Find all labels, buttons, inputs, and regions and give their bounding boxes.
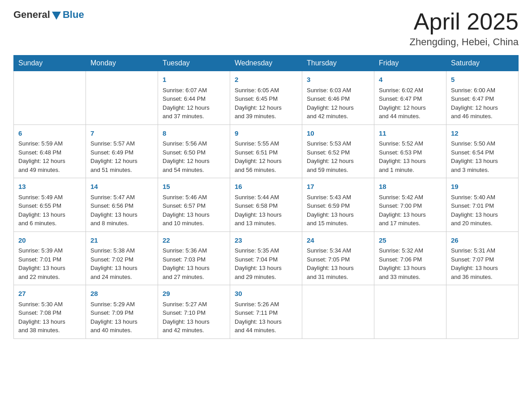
day-number: 25	[379, 235, 442, 246]
day-number: 19	[451, 182, 514, 192]
calendar-cell: 5Sunrise: 6:00 AM Sunset: 6:47 PM Daylig…	[446, 71, 519, 125]
calendar-cell: 6Sunrise: 5:59 AM Sunset: 6:48 PM Daylig…	[14, 124, 86, 178]
calendar-cell	[374, 285, 446, 339]
calendar-cell: 19Sunrise: 5:40 AM Sunset: 7:01 PM Dayli…	[446, 178, 519, 232]
logo: General Blue	[13, 9, 84, 21]
calendar-cell: 13Sunrise: 5:49 AM Sunset: 6:55 PM Dayli…	[14, 178, 86, 232]
calendar-cell: 22Sunrise: 5:36 AM Sunset: 7:03 PM Dayli…	[158, 231, 230, 285]
calendar-cell: 11Sunrise: 5:52 AM Sunset: 6:53 PM Dayli…	[374, 124, 446, 178]
calendar-cell: 23Sunrise: 5:35 AM Sunset: 7:04 PM Dayli…	[230, 231, 302, 285]
day-info: Sunrise: 5:59 AM Sunset: 6:48 PM Dayligh…	[18, 139, 81, 174]
day-number: 1	[163, 75, 225, 85]
day-info: Sunrise: 6:05 AM Sunset: 6:45 PM Dayligh…	[235, 86, 297, 121]
calendar-cell: 21Sunrise: 5:38 AM Sunset: 7:02 PM Dayli…	[86, 231, 158, 285]
calendar-cell: 20Sunrise: 5:39 AM Sunset: 7:01 PM Dayli…	[14, 231, 86, 285]
calendar-cell	[446, 285, 519, 339]
col-header-thursday: Thursday	[302, 56, 374, 71]
calendar-cell: 3Sunrise: 6:03 AM Sunset: 6:46 PM Daylig…	[302, 71, 374, 125]
calendar-table: SundayMondayTuesdayWednesdayThursdayFrid…	[13, 55, 519, 339]
day-info: Sunrise: 5:52 AM Sunset: 6:53 PM Dayligh…	[379, 139, 442, 174]
day-info: Sunrise: 5:35 AM Sunset: 7:04 PM Dayligh…	[235, 246, 297, 281]
day-number: 24	[307, 235, 369, 246]
day-info: Sunrise: 5:29 AM Sunset: 7:09 PM Dayligh…	[90, 300, 153, 335]
day-number: 10	[307, 128, 369, 139]
calendar-cell: 26Sunrise: 5:31 AM Sunset: 7:07 PM Dayli…	[446, 231, 519, 285]
calendar-cell: 28Sunrise: 5:29 AM Sunset: 7:09 PM Dayli…	[86, 285, 158, 339]
calendar-cell: 15Sunrise: 5:46 AM Sunset: 6:57 PM Dayli…	[158, 178, 230, 232]
day-number: 8	[163, 128, 225, 139]
calendar-cell: 7Sunrise: 5:57 AM Sunset: 6:49 PM Daylig…	[86, 124, 158, 178]
calendar-week-row: 20Sunrise: 5:39 AM Sunset: 7:01 PM Dayli…	[14, 231, 519, 285]
calendar-cell: 12Sunrise: 5:50 AM Sunset: 6:54 PM Dayli…	[446, 124, 519, 178]
day-number: 20	[18, 235, 81, 246]
calendar-cell: 1Sunrise: 6:07 AM Sunset: 6:44 PM Daylig…	[158, 71, 230, 125]
day-number: 14	[90, 182, 153, 192]
calendar-header-row: SundayMondayTuesdayWednesdayThursdayFrid…	[14, 56, 519, 71]
col-header-friday: Friday	[374, 56, 446, 71]
day-number: 22	[163, 235, 225, 246]
day-info: Sunrise: 6:00 AM Sunset: 6:47 PM Dayligh…	[451, 86, 514, 121]
day-info: Sunrise: 5:50 AM Sunset: 6:54 PM Dayligh…	[451, 139, 514, 174]
calendar-cell: 27Sunrise: 5:30 AM Sunset: 7:08 PM Dayli…	[14, 285, 86, 339]
logo-triangle-icon	[52, 12, 61, 20]
day-info: Sunrise: 5:46 AM Sunset: 6:57 PM Dayligh…	[163, 193, 225, 228]
day-info: Sunrise: 5:31 AM Sunset: 7:07 PM Dayligh…	[451, 246, 514, 281]
day-number: 4	[379, 75, 442, 85]
calendar-cell: 18Sunrise: 5:42 AM Sunset: 7:00 PM Dayli…	[374, 178, 446, 232]
calendar-cell	[86, 71, 158, 125]
day-info: Sunrise: 5:34 AM Sunset: 7:05 PM Dayligh…	[307, 246, 369, 281]
day-info: Sunrise: 5:36 AM Sunset: 7:03 PM Dayligh…	[163, 246, 225, 281]
calendar-cell	[302, 285, 374, 339]
day-info: Sunrise: 6:03 AM Sunset: 6:46 PM Dayligh…	[307, 86, 369, 121]
day-info: Sunrise: 5:47 AM Sunset: 6:56 PM Dayligh…	[90, 193, 153, 228]
day-info: Sunrise: 5:49 AM Sunset: 6:55 PM Dayligh…	[18, 193, 81, 228]
day-number: 27	[18, 289, 81, 299]
day-number: 30	[235, 289, 297, 299]
day-number: 13	[18, 182, 81, 192]
col-header-monday: Monday	[86, 56, 158, 71]
day-info: Sunrise: 5:53 AM Sunset: 6:52 PM Dayligh…	[307, 139, 369, 174]
day-info: Sunrise: 5:40 AM Sunset: 7:01 PM Dayligh…	[451, 193, 514, 228]
month-year-title: April 2025	[410, 9, 519, 34]
day-info: Sunrise: 5:32 AM Sunset: 7:06 PM Dayligh…	[379, 246, 442, 281]
calendar-cell: 2Sunrise: 6:05 AM Sunset: 6:45 PM Daylig…	[230, 71, 302, 125]
col-header-sunday: Sunday	[14, 56, 86, 71]
day-info: Sunrise: 6:07 AM Sunset: 6:44 PM Dayligh…	[163, 86, 225, 121]
day-number: 26	[451, 235, 514, 246]
day-info: Sunrise: 5:57 AM Sunset: 6:49 PM Dayligh…	[90, 139, 153, 174]
calendar-week-row: 27Sunrise: 5:30 AM Sunset: 7:08 PM Dayli…	[14, 285, 519, 339]
calendar-cell: 16Sunrise: 5:44 AM Sunset: 6:58 PM Dayli…	[230, 178, 302, 232]
calendar-week-row: 13Sunrise: 5:49 AM Sunset: 6:55 PM Dayli…	[14, 178, 519, 232]
day-number: 23	[235, 235, 297, 246]
day-info: Sunrise: 5:30 AM Sunset: 7:08 PM Dayligh…	[18, 300, 81, 335]
calendar-cell: 4Sunrise: 6:02 AM Sunset: 6:47 PM Daylig…	[374, 71, 446, 125]
day-info: Sunrise: 5:44 AM Sunset: 6:58 PM Dayligh…	[235, 193, 297, 228]
day-info: Sunrise: 5:42 AM Sunset: 7:00 PM Dayligh…	[379, 193, 442, 228]
day-info: Sunrise: 5:56 AM Sunset: 6:50 PM Dayligh…	[163, 139, 225, 174]
day-info: Sunrise: 5:38 AM Sunset: 7:02 PM Dayligh…	[90, 246, 153, 281]
calendar-cell: 29Sunrise: 5:27 AM Sunset: 7:10 PM Dayli…	[158, 285, 230, 339]
day-info: Sunrise: 6:02 AM Sunset: 6:47 PM Dayligh…	[379, 86, 442, 121]
day-info: Sunrise: 5:43 AM Sunset: 6:59 PM Dayligh…	[307, 193, 369, 228]
page-header: General Blue April 2025 Zhengding, Hebei…	[13, 9, 519, 48]
day-number: 29	[163, 289, 225, 299]
calendar-cell: 24Sunrise: 5:34 AM Sunset: 7:05 PM Dayli…	[302, 231, 374, 285]
calendar-cell: 14Sunrise: 5:47 AM Sunset: 6:56 PM Dayli…	[86, 178, 158, 232]
location-subtitle: Zhengding, Hebei, China	[410, 36, 519, 48]
calendar-cell: 25Sunrise: 5:32 AM Sunset: 7:06 PM Dayli…	[374, 231, 446, 285]
day-number: 17	[307, 182, 369, 192]
day-info: Sunrise: 5:27 AM Sunset: 7:10 PM Dayligh…	[163, 300, 225, 335]
title-area: April 2025 Zhengding, Hebei, China	[410, 9, 519, 48]
day-number: 6	[18, 128, 81, 139]
day-info: Sunrise: 5:26 AM Sunset: 7:11 PM Dayligh…	[235, 300, 297, 335]
calendar-cell: 9Sunrise: 5:55 AM Sunset: 6:51 PM Daylig…	[230, 124, 302, 178]
logo-general-text: General	[13, 9, 50, 21]
day-number: 15	[163, 182, 225, 192]
day-number: 3	[307, 75, 369, 85]
day-info: Sunrise: 5:39 AM Sunset: 7:01 PM Dayligh…	[18, 246, 81, 281]
calendar-cell: 30Sunrise: 5:26 AM Sunset: 7:11 PM Dayli…	[230, 285, 302, 339]
day-number: 28	[90, 289, 153, 299]
calendar-cell: 10Sunrise: 5:53 AM Sunset: 6:52 PM Dayli…	[302, 124, 374, 178]
day-number: 21	[90, 235, 153, 246]
col-header-saturday: Saturday	[446, 56, 519, 71]
